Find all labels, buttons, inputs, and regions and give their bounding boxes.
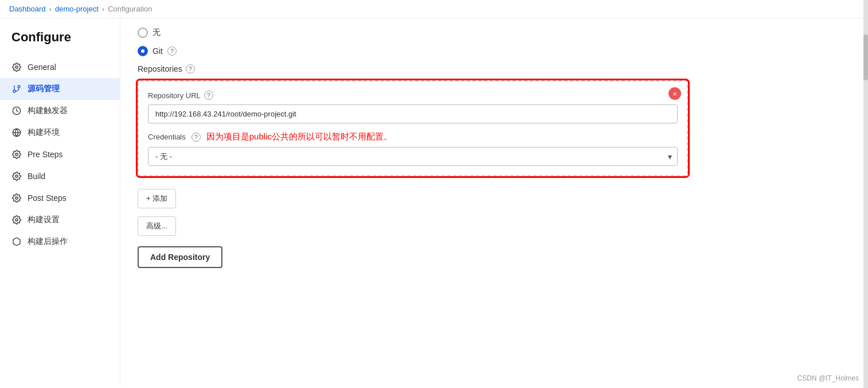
sidebar-item-build-settings-label: 构建设置	[28, 215, 60, 225]
svg-point-2	[18, 86, 20, 88]
pre-steps-gear-icon	[11, 149, 22, 160]
add-repository-button[interactable]: Add Repository	[138, 246, 222, 268]
settings-gear-icon	[11, 215, 22, 225]
clock-icon	[11, 106, 22, 116]
sidebar-item-general[interactable]: General	[0, 56, 120, 78]
repositories-label: Repositories ?	[138, 64, 851, 73]
credentials-select[interactable]: - 无 -	[148, 147, 678, 166]
scrollbar-thumb[interactable]	[863, 34, 868, 80]
sidebar-item-post-steps[interactable]: Post Steps	[0, 187, 120, 209]
credentials-help-icon[interactable]: ?	[191, 133, 201, 142]
radio-git-label: Git	[153, 46, 163, 56]
credentials-select-wrapper: - 无 - ▾	[148, 147, 678, 166]
radio-git-button[interactable]	[138, 46, 148, 56]
credentials-row: Credentials ? 因为项目是public公共的所以可以暂时不用配置。	[148, 131, 678, 142]
sidebar-item-build[interactable]: Build	[0, 165, 120, 187]
build-gear-icon	[11, 171, 22, 181]
sidebar-item-general-label: General	[28, 63, 56, 72]
repo-url-field-label: Repository URL ?	[148, 91, 678, 100]
svg-point-8	[15, 175, 18, 177]
svg-point-0	[15, 66, 18, 68]
sidebar-item-build-label: Build	[28, 172, 45, 181]
add-button[interactable]: + 添加	[138, 189, 176, 208]
svg-point-9	[15, 197, 18, 199]
radio-none-button[interactable]	[138, 28, 148, 38]
breadcrumb-dashboard[interactable]: Dashboard	[9, 5, 46, 13]
breadcrumb-current: Configuration	[108, 5, 152, 13]
sidebar-item-source[interactable]: 源码管理	[0, 78, 120, 100]
sidebar-item-post-build[interactable]: 构建后操作	[0, 231, 120, 253]
radio-git-option[interactable]: Git ?	[138, 46, 851, 56]
sidebar: Configure General 源码管理 构建触发器	[0, 18, 120, 386]
sidebar-item-triggers[interactable]: 构建触发器	[0, 100, 120, 122]
sidebar-item-pre-steps-label: Pre Steps	[28, 150, 62, 159]
sidebar-title: Configure	[0, 30, 120, 56]
advanced-button[interactable]: 高级...	[138, 216, 176, 236]
sidebar-item-post-steps-label: Post Steps	[28, 193, 67, 203]
svg-point-7	[15, 153, 18, 156]
breadcrumb-project[interactable]: demo-project	[55, 5, 99, 13]
watermark: CSDN @IT_Holmes	[797, 374, 859, 382]
sidebar-item-source-label: 源码管理	[28, 84, 60, 94]
post-steps-gear-icon	[11, 193, 22, 203]
repositories-label-text: Repositories	[138, 64, 182, 73]
radio-none-option[interactable]: 无	[138, 28, 851, 38]
globe-icon	[11, 127, 22, 138]
sidebar-item-build-settings[interactable]: 构建设置	[0, 209, 120, 231]
box-icon	[11, 236, 22, 247]
scrollbar[interactable]	[863, 0, 868, 386]
sidebar-item-triggers-label: 构建触发器	[28, 106, 68, 116]
svg-point-10	[15, 219, 18, 221]
branch-icon	[11, 84, 22, 94]
radio-none-label: 无	[153, 28, 161, 38]
repo-url-help-icon[interactable]: ?	[204, 91, 213, 100]
main-content: 无 Git ? Repositories ? × Repository URL …	[120, 18, 868, 386]
repo-url-input[interactable]	[148, 104, 678, 123]
breadcrumb: Dashboard › demo-project › Configuration	[0, 0, 868, 18]
repositories-help-icon[interactable]: ?	[186, 64, 195, 73]
sidebar-item-env-label: 构建环境	[28, 127, 60, 138]
svg-point-3	[13, 90, 15, 92]
repo-card-close-button[interactable]: ×	[668, 87, 681, 100]
credentials-label-text: Credentials	[148, 133, 186, 141]
sidebar-item-post-build-label: 构建后操作	[28, 236, 68, 247]
repo-url-label-text: Repository URL	[148, 91, 201, 100]
credentials-annotation: 因为项目是public公共的所以可以暂时不用配置。	[206, 131, 392, 142]
gear-icon	[11, 62, 22, 72]
git-help-icon[interactable]: ?	[167, 46, 177, 56]
repository-card: × Repository URL ? Credentials ? 因为项目是pu…	[138, 80, 688, 176]
sidebar-item-pre-steps[interactable]: Pre Steps	[0, 143, 120, 165]
sidebar-item-env[interactable]: 构建环境	[0, 122, 120, 143]
